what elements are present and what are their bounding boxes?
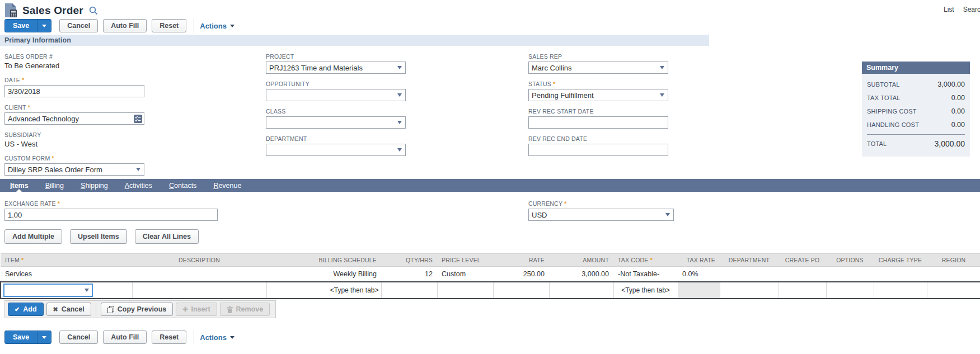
- department-select[interactable]: [266, 144, 406, 156]
- save-split-button-top[interactable]: Save: [4, 19, 51, 32]
- cell-options[interactable]: [826, 267, 874, 282]
- col-header-tax-rate[interactable]: TAX RATE: [678, 254, 720, 267]
- edit-cell-tax-code[interactable]: <Type then tab>: [613, 282, 678, 299]
- col-header-region[interactable]: REGION: [927, 254, 980, 267]
- tab-revenue[interactable]: Revenue: [205, 179, 250, 192]
- tab-shipping[interactable]: Shipping: [72, 179, 116, 192]
- field-date: DATE*: [4, 77, 144, 97]
- auto-fill-button-bottom[interactable]: Auto Fill: [103, 331, 147, 344]
- copy-previous-button[interactable]: Copy Previous: [101, 303, 174, 316]
- rev-rec-end-date-input[interactable]: [528, 144, 668, 156]
- cell-department[interactable]: [720, 267, 779, 282]
- required-marker: *: [58, 200, 60, 207]
- reset-button-top[interactable]: Reset: [152, 19, 186, 32]
- edit-cell-region[interactable]: [927, 282, 980, 299]
- col-header-description[interactable]: DESCRIPTION: [132, 254, 266, 267]
- edit-cell-options[interactable]: [826, 282, 874, 299]
- upsell-items-button[interactable]: Upsell Items: [70, 229, 127, 244]
- search-icon[interactable]: [89, 6, 98, 15]
- tab-billing[interactable]: Billing: [37, 179, 72, 192]
- cell-item[interactable]: Services: [1, 267, 132, 282]
- rev-rec-start-date-input[interactable]: [528, 116, 668, 129]
- tab-activities[interactable]: Activities: [116, 179, 161, 192]
- col-header-amount[interactable]: AMOUNT: [549, 254, 613, 267]
- cell-billing-schedule[interactable]: Weekly Billing: [266, 267, 381, 282]
- cell-tax-rate[interactable]: 0.0%: [678, 267, 720, 282]
- clear-all-lines-button[interactable]: Clear All Lines: [135, 229, 199, 244]
- remove-line-button[interactable]: Remove: [220, 303, 270, 316]
- add-line-button[interactable]: ✔ Add: [8, 303, 44, 316]
- cell-amount[interactable]: 3,000.00: [549, 267, 613, 282]
- save-dropdown-arrow[interactable]: [37, 20, 51, 32]
- edit-cell-amount[interactable]: [549, 282, 613, 299]
- opportunity-select[interactable]: [266, 89, 406, 101]
- item-line-row[interactable]: Services Weekly Billing 12 Custom 250.00…: [1, 267, 980, 282]
- actions-menu-top[interactable]: Actions: [200, 22, 235, 30]
- edit-cell-price-level[interactable]: [437, 282, 493, 299]
- sales-rep-select[interactable]: Marc Collins: [528, 62, 668, 74]
- cancel-button-bottom[interactable]: Cancel: [59, 331, 98, 344]
- chevron-down-icon[interactable]: [85, 289, 89, 292]
- item-combo-input[interactable]: [4, 285, 85, 296]
- exchange-rate-input[interactable]: [4, 209, 218, 221]
- currency-select[interactable]: USD: [528, 209, 674, 221]
- edit-cell-qty-hrs[interactable]: [381, 282, 437, 299]
- col-header-options[interactable]: OPTIONS: [826, 254, 874, 267]
- date-input[interactable]: [4, 85, 144, 97]
- cancel-line-button[interactable]: ✖ Cancel: [46, 303, 91, 316]
- reset-button-bottom[interactable]: Reset: [152, 331, 186, 344]
- type-then-tab-hint: <Type then tab>: [330, 286, 379, 294]
- status-select[interactable]: Pending Fulfillment: [528, 89, 668, 101]
- cell-region[interactable]: [927, 267, 980, 282]
- project-select[interactable]: PRJ1263 Time and Materials: [266, 62, 406, 74]
- client-input[interactable]: [8, 115, 134, 123]
- col-header-tax-code[interactable]: TAX CODE*: [613, 254, 678, 267]
- items-table: ITEM* DESCRIPTION BILLING SCHEDULE QTY/H…: [0, 253, 980, 299]
- edit-cell-department[interactable]: [720, 282, 779, 299]
- insert-line-button[interactable]: ✚ Insert: [176, 303, 217, 316]
- col-header-price-level[interactable]: PRICE LEVEL: [437, 254, 493, 267]
- search-link[interactable]: Search: [963, 6, 980, 13]
- class-select[interactable]: [266, 116, 406, 129]
- cell-create-po[interactable]: [779, 267, 826, 282]
- cell-charge-type[interactable]: [874, 267, 927, 282]
- col-header-rate[interactable]: RATE: [493, 254, 549, 267]
- tab-items[interactable]: Items: [2, 179, 37, 192]
- add-multiple-button[interactable]: Add Multiple: [4, 229, 62, 244]
- chevron-down-icon: [397, 121, 402, 124]
- cancel-button-top[interactable]: Cancel: [59, 19, 98, 32]
- save-split-button-bottom[interactable]: Save: [4, 331, 51, 344]
- edit-cell-charge-type[interactable]: [874, 282, 927, 299]
- select-value: PRJ1263 Time and Materials: [269, 64, 363, 72]
- cell-tax-code[interactable]: -Not Taxable-: [613, 267, 678, 282]
- chevron-down-icon: [230, 25, 235, 27]
- actions-label: Actions: [200, 22, 227, 30]
- cell-rate[interactable]: 250.00: [493, 267, 549, 282]
- col-header-department[interactable]: DEPARTMENT: [720, 254, 779, 267]
- col-header-create-po[interactable]: CREATE PO: [779, 254, 826, 267]
- open-list-icon[interactable]: [134, 115, 142, 123]
- cell-price-level[interactable]: Custom: [437, 267, 493, 282]
- edit-cell-create-po[interactable]: [779, 282, 826, 299]
- tab-contacts[interactable]: Contacts: [161, 179, 205, 192]
- top-toolbar: Save Cancel Auto Fill Reset Actions: [4, 18, 235, 33]
- edit-cell-description[interactable]: [132, 282, 266, 299]
- save-dropdown-arrow[interactable]: [37, 331, 51, 343]
- col-header-qty-hrs[interactable]: QTY/HRS: [381, 254, 437, 267]
- auto-fill-button-top[interactable]: Auto Fill: [103, 19, 147, 32]
- field-client: CLIENT*: [4, 104, 144, 125]
- edit-cell-rate[interactable]: [493, 282, 549, 299]
- col-header-billing-schedule[interactable]: BILLING SCHEDULE: [266, 254, 381, 267]
- chevron-down-icon: [230, 336, 235, 339]
- save-button[interactable]: Save: [5, 331, 37, 343]
- save-button[interactable]: Save: [5, 20, 37, 32]
- list-link[interactable]: List: [944, 6, 954, 13]
- col-header-item[interactable]: ITEM*: [1, 254, 132, 267]
- cell-qty-hrs[interactable]: 12: [381, 267, 437, 282]
- actions-menu-bottom[interactable]: Actions: [200, 333, 235, 342]
- cell-description[interactable]: [132, 267, 266, 282]
- col-header-charge-type[interactable]: CHARGE TYPE: [874, 254, 927, 267]
- section-heading: Primary Information: [4, 36, 71, 44]
- edit-cell-billing-schedule[interactable]: <Type then tab>: [266, 282, 381, 299]
- custom-form-select[interactable]: Dilley SRP Sales Order Form: [4, 163, 144, 176]
